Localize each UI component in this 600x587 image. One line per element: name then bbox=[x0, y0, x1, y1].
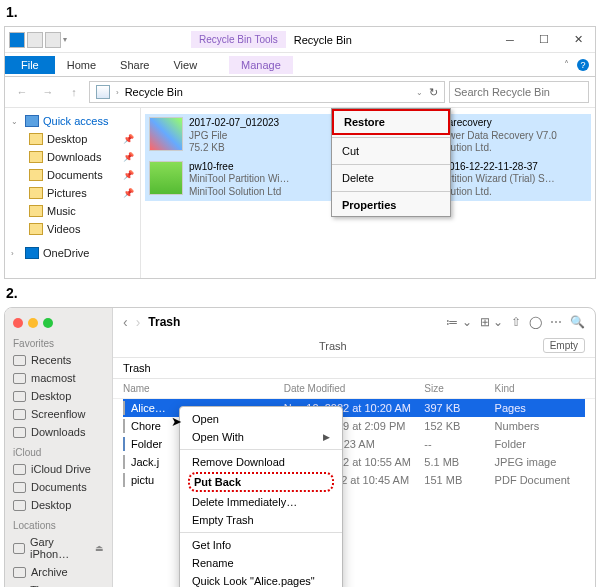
sidebar-item-music[interactable]: Music bbox=[7, 202, 138, 220]
search-icon[interactable]: 🔍 bbox=[570, 315, 585, 329]
view-tab[interactable]: View bbox=[161, 56, 209, 74]
sidebar-item-onedrive[interactable]: ›OneDrive bbox=[7, 244, 138, 262]
menu-item-delete-immediately[interactable]: Delete Immediately… bbox=[180, 493, 342, 511]
menu-item-quick-look[interactable]: Quick Look "Alice.pages" bbox=[180, 572, 342, 587]
back-button[interactable]: ← bbox=[11, 81, 33, 103]
view-list-icon[interactable]: ≔ ⌄ bbox=[446, 315, 471, 329]
close-button[interactable] bbox=[13, 318, 23, 328]
file-size: 397 KB bbox=[424, 402, 494, 414]
sidebar-item-desktop[interactable]: Desktop📌 bbox=[7, 130, 138, 148]
sidebar-item-desktop[interactable]: Desktop bbox=[5, 387, 112, 405]
refresh-icon[interactable]: ↻ bbox=[429, 86, 438, 99]
file-name: Folder bbox=[131, 438, 162, 450]
breadcrumb[interactable]: › Recycle Bin ⌄ ↻ bbox=[89, 81, 445, 103]
header-date[interactable]: Date Modified bbox=[284, 383, 425, 394]
title-bar: ▾ Recycle Bin Tools Recycle Bin ─ ☐ ✕ bbox=[5, 27, 595, 53]
sidebar-item-documents[interactable]: Documents bbox=[5, 478, 112, 496]
qat-button[interactable] bbox=[45, 32, 61, 48]
file-icon bbox=[123, 419, 125, 433]
navigation-pane: ⌄Quick access Desktop📌 Downloads📌 Docume… bbox=[5, 108, 141, 278]
help-icon[interactable]: ? bbox=[577, 59, 589, 71]
action-icon[interactable]: ⋯ bbox=[550, 315, 562, 329]
search-input[interactable] bbox=[449, 81, 589, 103]
tags-icon[interactable]: ◯ bbox=[529, 315, 542, 329]
sidebar-item-desktop[interactable]: Desktop bbox=[5, 496, 112, 514]
breadcrumb: Trash bbox=[113, 358, 595, 379]
file-icon bbox=[123, 473, 125, 487]
path-label: Trash bbox=[123, 340, 543, 352]
menu-item-rename[interactable]: Rename bbox=[180, 554, 342, 572]
close-button[interactable]: ✕ bbox=[561, 27, 595, 53]
sidebar-item-garyiphone[interactable]: Gary iPhon…⏏ bbox=[5, 533, 112, 563]
sidebar-item-videos[interactable]: Videos bbox=[7, 220, 138, 238]
file-list: 2017-02-07_012023JPG File75.2 KB …erdata… bbox=[141, 108, 595, 278]
forward-button[interactable]: → bbox=[37, 81, 59, 103]
menu-item-cut[interactable]: Cut bbox=[332, 140, 450, 162]
file-name: pictu bbox=[131, 474, 154, 486]
chevron-down-icon[interactable]: ⌄ bbox=[416, 88, 423, 97]
chevron-down-icon[interactable]: ▾ bbox=[63, 35, 67, 44]
quick-access-toolbar: ▾ bbox=[5, 32, 71, 48]
menu-item-restore[interactable]: Restore bbox=[332, 109, 450, 135]
chevron-right-icon: ▶ bbox=[323, 432, 330, 442]
column-headers: Name Date Modified Size Kind bbox=[113, 379, 595, 399]
sidebar-item-archive[interactable]: Archive bbox=[5, 563, 112, 581]
file-icon bbox=[123, 401, 125, 415]
header-name[interactable]: Name bbox=[123, 383, 284, 394]
menu-item-delete[interactable]: Delete bbox=[332, 167, 450, 189]
sidebar-heading-locations: Locations bbox=[5, 514, 112, 533]
back-button[interactable]: ‹ bbox=[123, 314, 128, 330]
sidebar-item-macmost[interactable]: macmost bbox=[5, 369, 112, 387]
file-size: 5.1 MB bbox=[424, 456, 494, 468]
menu-item-get-info[interactable]: Get Info bbox=[180, 536, 342, 554]
step-1-label: 1. bbox=[0, 0, 600, 24]
file-kind: Pages bbox=[495, 402, 585, 414]
maximize-button[interactable]: ☐ bbox=[527, 27, 561, 53]
file-name: Jack.j bbox=[131, 456, 159, 468]
qat-button[interactable] bbox=[27, 32, 43, 48]
file-tab[interactable]: File bbox=[5, 56, 55, 74]
finder-window: Favorites Recents macmost Desktop Screen… bbox=[4, 307, 596, 587]
sidebar-item-documents[interactable]: Documents📌 bbox=[7, 166, 138, 184]
chevron-up-icon[interactable]: ˄ bbox=[564, 59, 569, 70]
sidebar-item-downloads[interactable]: Downloads📌 bbox=[7, 148, 138, 166]
sidebar-item-downloads[interactable]: Downloads bbox=[5, 423, 112, 441]
sidebar-item-recents[interactable]: Recents bbox=[5, 351, 112, 369]
group-icon[interactable]: ⊞ ⌄ bbox=[480, 315, 503, 329]
up-button[interactable]: ↑ bbox=[63, 81, 85, 103]
share-tab[interactable]: Share bbox=[108, 56, 161, 74]
eject-icon: ⏏ bbox=[95, 543, 104, 553]
menu-item-put-back[interactable]: Put Back bbox=[188, 472, 334, 492]
address-bar-row: ← → ↑ › Recycle Bin ⌄ ↻ bbox=[5, 77, 595, 108]
header-kind[interactable]: Kind bbox=[495, 383, 585, 394]
forward-button[interactable]: › bbox=[136, 314, 141, 330]
menu-item-empty-trash[interactable]: Empty Trash bbox=[180, 511, 342, 529]
menu-item-open-with[interactable]: Open With▶ bbox=[180, 428, 342, 446]
finder-main: ‹ › Trash ≔ ⌄ ⊞ ⌄ ⇧ ◯ ⋯ 🔍 Trash Empty Tr… bbox=[113, 308, 595, 587]
menu-item-properties[interactable]: Properties bbox=[332, 194, 450, 216]
empty-button[interactable]: Empty bbox=[543, 338, 585, 353]
sidebar-item-pictures[interactable]: Pictures📌 bbox=[7, 184, 138, 202]
sidebar-heading-icloud: iCloud bbox=[5, 441, 112, 460]
menu-item-open[interactable]: Open bbox=[180, 410, 342, 428]
header-size[interactable]: Size bbox=[424, 383, 494, 394]
menu-item-remove-download[interactable]: Remove Download bbox=[180, 453, 342, 471]
zoom-button[interactable] bbox=[43, 318, 53, 328]
sidebar-item-timemachine[interactable]: Time Mach…⏏ bbox=[5, 581, 112, 587]
minimize-button[interactable] bbox=[28, 318, 38, 328]
sidebar-item-screenflow[interactable]: Screenflow bbox=[5, 405, 112, 423]
sidebar-item-iclouddrive[interactable]: iCloud Drive bbox=[5, 460, 112, 478]
share-icon[interactable]: ⇧ bbox=[511, 315, 521, 329]
sidebar-heading-favorites: Favorites bbox=[5, 332, 112, 351]
window-title: Recycle Bin bbox=[286, 31, 360, 49]
home-tab[interactable]: Home bbox=[55, 56, 108, 74]
file-icon bbox=[123, 455, 125, 469]
file-icon bbox=[123, 437, 125, 451]
minimize-button[interactable]: ─ bbox=[493, 27, 527, 53]
file-kind: Numbers bbox=[495, 420, 585, 432]
manage-tab[interactable]: Manage bbox=[229, 56, 293, 74]
file-thumbnail bbox=[149, 161, 183, 195]
windows-explorer-window: ▾ Recycle Bin Tools Recycle Bin ─ ☐ ✕ Fi… bbox=[4, 26, 596, 279]
sidebar-item-quick-access[interactable]: ⌄Quick access bbox=[7, 112, 138, 130]
context-menu: Open Open With▶ Remove Download Put Back… bbox=[179, 406, 343, 587]
